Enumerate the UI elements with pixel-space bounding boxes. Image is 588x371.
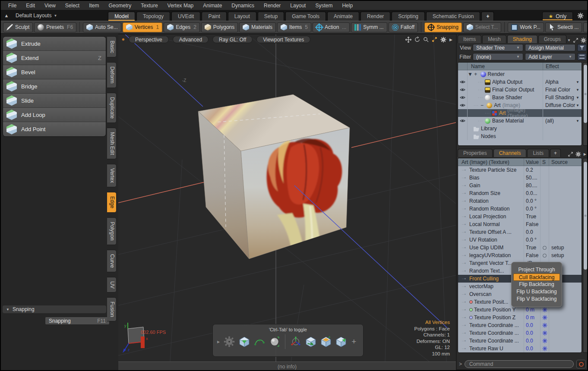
layout-tab[interactable]: Scripting [392, 12, 425, 21]
channel-row[interactable]: ··▪ UV Rotation 0.0 ° [458, 236, 582, 244]
menu-item[interactable]: System [310, 2, 337, 9]
viewport-header-button[interactable]: Ray GL: Off [212, 36, 253, 43]
toolbar-button[interactable]: Falloff [389, 22, 418, 32]
menu-item[interactable]: Animate [198, 2, 227, 9]
toolbar-button[interactable]: Symm ... [351, 22, 387, 32]
context-menu-item[interactable]: Flip V Backfacing [513, 296, 560, 303]
only-toggle[interactable]: ★ Only [542, 12, 573, 21]
channel-row[interactable]: ··▪ Rotation 0.0 ° [458, 197, 582, 205]
cube-primitive-icon[interactable] [239, 336, 250, 347]
tool-button[interactable]: Bridge [3, 79, 106, 94]
toolbar-button[interactable]: Vertices 1 [123, 22, 162, 32]
expand-arrow-icon[interactable]: ▶ [449, 38, 452, 42]
tool-category-tab[interactable]: Edge [107, 192, 117, 213]
eye-icon[interactable] [460, 80, 465, 84]
panel-tab[interactable]: + [550, 149, 561, 157]
shader-tree-scrollbar[interactable] [583, 62, 588, 146]
chevron-down-icon[interactable]: ▼ [576, 104, 579, 107]
panel-tab[interactable]: Items [458, 35, 481, 43]
tool-category-tab[interactable]: Mesh Edit [107, 128, 117, 159]
channel-row[interactable]: ··▪ Gain 80.... [458, 182, 582, 189]
shader-tree-row[interactable]: ··· − Art (Image) Diffuse Color ▼ [458, 101, 582, 109]
context-menu-item[interactable]: Flip Backfacing [513, 281, 560, 288]
zoom-icon[interactable] [423, 37, 429, 42]
setup-circle-icon[interactable] [543, 254, 547, 258]
eye-icon[interactable] [460, 119, 465, 123]
channel-row[interactable]: ··▪ Texture Coordinate ... 0.0 [458, 329, 582, 337]
expand-arrow-icon[interactable]: ▶ [217, 340, 220, 344]
toolbar-button[interactable]: Snapping [424, 22, 462, 32]
menu-item[interactable]: Help [337, 2, 357, 9]
shader-tree-row[interactable]: ··· Base Shader Full Shading ▼ [458, 94, 582, 101]
tool-category-tab[interactable]: Deform [107, 62, 117, 88]
cube-arrow-icon[interactable] [305, 336, 316, 347]
eye-icon[interactable] [460, 95, 465, 100]
channel-row[interactable]: ··▪ legacyUVRotation False setup [458, 252, 582, 259]
viewport-header-button[interactable]: Advanced [173, 36, 209, 43]
chevron-down-icon[interactable]: ▼ [576, 88, 579, 92]
menu-item[interactable]: Geometry [104, 2, 136, 9]
tool-category-tab[interactable]: Curve [107, 250, 117, 272]
toolbar-button[interactable]: Work P... [508, 22, 544, 32]
channels-scrollbar[interactable] [583, 158, 588, 353]
menu-item[interactable]: Item [84, 2, 104, 9]
viewport-header-button[interactable]: Perspective [129, 36, 169, 43]
add-icon[interactable]: + [351, 337, 356, 346]
filter-dropdown[interactable]: (none)▼ [473, 53, 523, 60]
shader-tree-row[interactable]: ▼ + Render ▼ [458, 70, 582, 78]
menu-item[interactable]: Render [259, 2, 285, 9]
panel-tab[interactable]: Groups [538, 35, 566, 43]
menu-item[interactable]: Select [60, 2, 84, 9]
layout-tab[interactable]: Game Tools [285, 12, 326, 21]
panel-tab[interactable]: Lists [527, 149, 549, 157]
channel-row[interactable]: ··▪ Local Normal False [458, 220, 582, 228]
context-menu-item[interactable]: Cull Backfacing [513, 274, 560, 281]
envelope-gear-icon[interactable] [542, 307, 547, 312]
gear-icon[interactable] [575, 151, 581, 157]
command-history-icon[interactable] [576, 360, 586, 368]
settings-icon[interactable] [440, 37, 446, 43]
channel-row[interactable]: ··▪ Texture Raw U 0.0 [458, 345, 582, 352]
toolbar-button[interactable]: Edges 2 [164, 22, 200, 32]
shader-tree-row[interactable]: ··· Art (Image) (Texture) ▼ [458, 109, 582, 117]
command-input[interactable] [465, 360, 574, 368]
layout-tab[interactable]: Animate [327, 12, 359, 21]
layout-tab[interactable]: + [481, 12, 494, 21]
envelope-gear-icon[interactable] [542, 338, 547, 343]
expand-panel-icon[interactable] [573, 38, 578, 43]
toolbar-button[interactable]: Presets F6 [34, 22, 76, 32]
viewport-3d[interactable]: y x z Perspective Advanced Ray GL: Off V… [118, 35, 456, 362]
collapse-panels-icon[interactable]: ▲ [1, 13, 12, 18]
chevron-down-icon[interactable]: ▼ [576, 96, 579, 100]
toolbar-button[interactable]: Auto Se... [83, 22, 121, 32]
layout-tab[interactable]: Layout [228, 12, 256, 21]
toolbar-button[interactable]: Action ... [313, 22, 350, 32]
toolbar-button[interactable]: Sculpt [3, 22, 33, 32]
panel-tab[interactable]: Shading [507, 35, 537, 43]
channel-row[interactable]: ··▪ Texture Position Z 0 m [458, 314, 582, 321]
maximize-icon[interactable] [432, 37, 437, 42]
menu-item[interactable]: Layout [285, 2, 310, 9]
orbit-icon[interactable] [414, 37, 420, 42]
layouts-dropdown[interactable]: Default Layouts ▼ [16, 13, 57, 19]
envelope-gear-icon[interactable] [542, 330, 547, 336]
menu-item[interactable]: Dynamics [227, 2, 259, 9]
tool-category-tab[interactable]: Fusion [107, 297, 117, 321]
axes-icon[interactable] [290, 336, 301, 347]
tool-button[interactable]: Add Point [3, 122, 106, 136]
channel-row[interactable]: ··▪ Texture Coordinate ... 0.0 [458, 321, 582, 329]
layout-tab[interactable]: Paint [202, 12, 226, 21]
add-layer-dropdown[interactable]: Add Layer▼ [525, 53, 575, 60]
curve-icon[interactable] [254, 336, 265, 347]
view-mode-dropdown[interactable]: Shader Tree▼ [473, 44, 523, 51]
assign-material-button[interactable]: Assign Material [525, 44, 575, 51]
shader-tree-row[interactable]: Library ▼ [458, 125, 582, 132]
menu-item[interactable]: View [40, 2, 60, 9]
shader-tree-row[interactable]: Nodes ▼ [458, 132, 582, 140]
channel-row[interactable]: ··▪ Random Size 0.0... [458, 189, 582, 197]
tool-button[interactable]: Bevel [3, 65, 106, 79]
shader-tree-row[interactable]: ··· Base Material (all) ▼ [458, 117, 582, 125]
toolbar-button[interactable]: Materials [239, 22, 276, 32]
tool-button[interactable]: Extend Z [3, 51, 106, 65]
channel-row[interactable]: ··▪ Use Clip UDIM True setup [458, 244, 582, 252]
